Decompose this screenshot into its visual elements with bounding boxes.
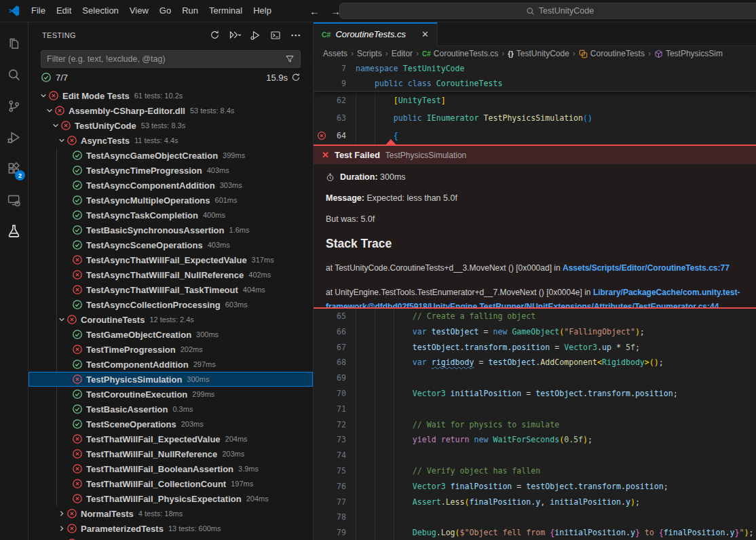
test-tree-item-assembly-csharp-editor.dll[interactable]: Assembly-CSharp-Editor.dll53 tests: 8.4s bbox=[29, 103, 313, 118]
test-tree-item-testcoroutineexecution[interactable]: TestCoroutineExecution299ms bbox=[29, 387, 313, 402]
code-line-9[interactable]: 9 public class CoroutineTests bbox=[314, 76, 756, 91]
source-control-icon[interactable] bbox=[0, 90, 28, 121]
breadcrumb-item-editor[interactable]: Editor bbox=[392, 49, 413, 58]
open-terminal-icon[interactable] bbox=[268, 28, 283, 43]
chevron-down-icon[interactable] bbox=[50, 120, 60, 131]
test-tree-item-testunitycode[interactable]: TestUnityCode53 tests: 8.3s bbox=[29, 118, 313, 133]
test-tree-item-testthatwillfail_collectioncount[interactable]: TestThatWillFail_CollectionCount197ms bbox=[29, 476, 313, 491]
menu-go[interactable]: Go bbox=[154, 0, 176, 22]
more-actions-icon[interactable]: ⋯ bbox=[288, 28, 303, 43]
test-tree-item-testsceneoperations[interactable]: TestSceneOperations203ms bbox=[29, 417, 313, 431]
line-number: 72 bbox=[314, 417, 346, 433]
test-duration: 0.3ms bbox=[172, 405, 193, 413]
code-line-64[interactable]: 64 { bbox=[314, 127, 756, 144]
breadcrumb-item-coroutinetests-cs[interactable]: C#CoroutineTests.cs bbox=[422, 49, 498, 58]
test-duration: 300ms bbox=[187, 375, 209, 383]
test-tree-item-parameterizedtests[interactable]: ParameterizedTests13 tests: 600ms bbox=[29, 521, 313, 536]
testing-flask-icon[interactable] bbox=[0, 215, 28, 246]
breadcrumb-item-testunitycode[interactable]: {}TestUnityCode bbox=[508, 49, 569, 58]
code-line-66[interactable]: 66 var testObject = new GameObject("Fall… bbox=[314, 324, 756, 340]
chevron-down-icon[interactable] bbox=[38, 90, 48, 101]
test-tree-item[interactable] bbox=[29, 536, 313, 540]
search-sidebar-icon[interactable] bbox=[0, 59, 28, 90]
test-tree-item-testasyncmultipleoperations[interactable]: TestAsyncMultipleOperations601ms bbox=[29, 193, 313, 208]
code-line-67[interactable]: 67 testObject.transform.position = Vecto… bbox=[314, 340, 756, 355]
code-line-65[interactable]: 65 // Create a falling object bbox=[314, 309, 756, 324]
remote-explorer-icon[interactable] bbox=[0, 184, 28, 215]
test-tree-item-testasyncgameobjectcreation[interactable]: TestAsyncGameObjectCreation399ms bbox=[29, 148, 313, 163]
code-line-68[interactable]: 68 var rigidbody = testObject.AddCompone… bbox=[314, 355, 756, 370]
test-tree-item-testasyncthatwillfail_nullreference[interactable]: TestAsyncThatWillFail_NullReference402ms bbox=[29, 267, 313, 282]
code-line-70[interactable]: 70 Vector3 initialPosition = testObject.… bbox=[314, 386, 756, 402]
breadcrumb-item-assets[interactable]: Assets bbox=[323, 49, 347, 58]
test-tree-item-testasyncthatwillfail_tasktimeout[interactable]: TestAsyncThatWillFail_TaskTimeout404ms bbox=[29, 282, 313, 297]
menu-terminal[interactable]: Terminal bbox=[204, 0, 248, 22]
breadcrumb-item-coroutinetests[interactable]: CoroutineTests bbox=[579, 49, 645, 58]
code-line-69[interactable]: 69 bbox=[314, 370, 756, 386]
test-tree-item-testthatwillfail_nullreference[interactable]: TestThatWillFail_NullReference203ms bbox=[29, 446, 313, 461]
code-line-73[interactable]: 73 yield return new WaitForSeconds(0.5f)… bbox=[314, 432, 756, 448]
code-line-79[interactable]: 79 Debug.Log($"Object fell from {initial… bbox=[314, 525, 756, 540]
line-number: 74 bbox=[314, 448, 346, 463]
code-line-63[interactable]: 63 public IEnumerator TestPhysicsSimulat… bbox=[314, 109, 756, 127]
breadcrumb-item-scripts[interactable]: Scripts bbox=[357, 49, 382, 58]
test-tree-item-testasynctaskcompletion[interactable]: TestAsyncTaskCompletion400ms bbox=[29, 208, 313, 223]
menu-edit[interactable]: Edit bbox=[51, 0, 77, 22]
menu-view[interactable]: View bbox=[124, 0, 154, 22]
code-line-76[interactable]: 76 Vector3 finalPosition = testObject.tr… bbox=[314, 479, 756, 495]
test-tree-item-testbasicassertion[interactable]: TestBasicAssertion0.3ms bbox=[29, 402, 313, 417]
test-tree-item-testasyncthatwillfail_expectedvalue[interactable]: TestAsyncThatWillFail_ExpectedValue317ms bbox=[29, 252, 313, 267]
stack-frame-link[interactable]: Assets/Scripts/Editor/CoroutineTests.cs:… bbox=[563, 263, 730, 273]
rerun-icon[interactable] bbox=[291, 73, 301, 82]
code-line-71[interactable]: 71 bbox=[314, 402, 756, 417]
chevron-right-icon[interactable] bbox=[56, 508, 67, 519]
tab-close-icon[interactable]: ✕ bbox=[421, 29, 429, 39]
code-line-72[interactable]: 72 // Wait for physics to simulate bbox=[314, 417, 756, 433]
menu-run[interactable]: Run bbox=[176, 0, 204, 22]
test-tree-item-testthatwillfail_expectedvalue[interactable]: TestThatWillFail_ExpectedValue204ms bbox=[29, 431, 313, 446]
test-tree-item-coroutinetests[interactable]: CoroutineTests12 tests: 2.4s bbox=[29, 312, 313, 327]
nav-back-icon[interactable]: ← bbox=[309, 5, 320, 17]
menu-help[interactable]: Help bbox=[248, 0, 277, 22]
breadcrumb-item-testphysicssim[interactable]: TestPhysicsSim bbox=[654, 49, 723, 58]
refresh-tests-icon[interactable] bbox=[207, 28, 222, 43]
code-line-77[interactable]: 77 Assert.Less(finalPosition.y, initialP… bbox=[314, 495, 756, 510]
test-tree-item-testbasicsynchronousassertion[interactable]: TestBasicSynchronousAssertion1.6ms bbox=[29, 223, 313, 237]
code-line-7[interactable]: 7namespace TestUnityCode bbox=[314, 61, 756, 76]
explorer-icon[interactable] bbox=[0, 28, 28, 59]
test-tree-item-testthatwillfail_physicsexpectation[interactable]: TestThatWillFail_PhysicsExpectation204ms bbox=[29, 491, 313, 506]
test-tree-item-testasynctimeprogression[interactable]: TestAsyncTimeProgression403ms bbox=[29, 163, 313, 178]
code-line-62[interactable]: 62 [UnityTest] bbox=[314, 92, 756, 109]
test-tree-item-normaltests[interactable]: NormalTests4 tests: 18ms bbox=[29, 506, 313, 521]
test-tree-item-testthatwillfail_booleanassertion[interactable]: TestThatWillFail_BooleanAssertion3.9ms bbox=[29, 461, 313, 476]
test-tree-item-asynctests[interactable]: AsyncTests11 tests: 4.4s bbox=[29, 133, 313, 148]
code-line-75[interactable]: 75 // Verify object has fallen bbox=[314, 463, 756, 479]
test-tree-item-testasyncsceneoperations[interactable]: TestAsyncSceneOperations403ms bbox=[29, 237, 313, 252]
menu-file[interactable]: File bbox=[26, 0, 51, 22]
test-tree-item-testgameobjectcreation[interactable]: TestGameObjectCreation300ms bbox=[29, 327, 313, 342]
chevron-down-icon[interactable] bbox=[44, 105, 54, 116]
command-center-search[interactable]: TestUnityCode bbox=[339, 3, 756, 19]
test-tree-item-testcomponentaddition[interactable]: TestComponentAddition297ms bbox=[29, 357, 313, 372]
chevron-down-icon[interactable] bbox=[56, 135, 67, 146]
run-and-debug-icon[interactable] bbox=[0, 121, 28, 153]
test-tree-item-edit mode tests[interactable]: Edit Mode Tests61 tests: 10.2s bbox=[29, 88, 313, 103]
test-filter-input[interactable]: Filter (e.g. text, !exclude, @tag) bbox=[41, 50, 301, 68]
tab-coroutinetests[interactable]: C# CoroutineTests.cs ✕ bbox=[314, 22, 438, 46]
filter-funnel-icon[interactable] bbox=[285, 54, 295, 64]
chevron-right-icon[interactable] bbox=[56, 523, 67, 534]
code-line-74[interactable]: 74 bbox=[314, 448, 756, 463]
line-number: 75 bbox=[314, 463, 346, 479]
test-tree-item-testtimeprogression[interactable]: TestTimeProgression202ms bbox=[29, 342, 313, 357]
code-line-78[interactable]: 78 bbox=[314, 509, 756, 525]
test-duration: 197ms bbox=[231, 480, 253, 488]
run-all-tests-icon[interactable] bbox=[227, 28, 242, 43]
extensions-icon[interactable]: 2 bbox=[0, 153, 28, 184]
test-tree-item-testasynccollectionprocessing[interactable]: TestAsyncCollectionProcessing603ms bbox=[29, 297, 313, 312]
debug-all-tests-icon[interactable] bbox=[248, 28, 263, 43]
test-name: TestThatWillFail_BooleanAssertion bbox=[86, 464, 233, 474]
test-tree-item-testphysicssimulation[interactable]: TestPhysicsSimulation300ms bbox=[29, 372, 313, 387]
menu-selection[interactable]: Selection bbox=[77, 0, 124, 22]
test-tree-item-testasynccomponentaddition[interactable]: TestAsyncComponentAddition303ms bbox=[29, 178, 313, 193]
chevron-down-icon[interactable] bbox=[56, 314, 67, 325]
